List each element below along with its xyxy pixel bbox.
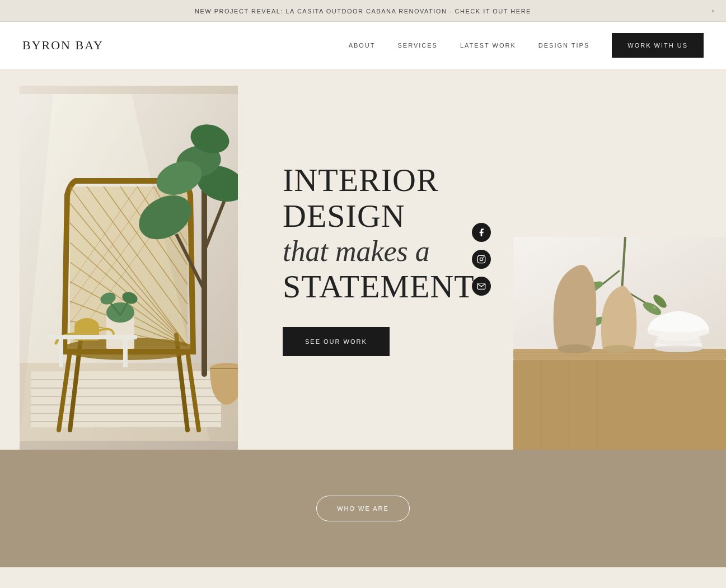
svg-rect-53 xyxy=(59,339,63,367)
who-we-are-button[interactable]: WHO WE ARE xyxy=(316,496,410,521)
hero-headline: INTERIOR DESIGN that makes a STATEMENT xyxy=(283,162,480,305)
svg-rect-72 xyxy=(513,360,726,450)
brown-section: WHO WE ARE xyxy=(0,450,726,567)
header: BYRON BAY ABOUT SERVICES LATEST WORK DES… xyxy=(0,22,726,69)
svg-point-89 xyxy=(483,257,484,258)
shelf-illustration xyxy=(513,237,726,450)
email-icon[interactable] xyxy=(472,277,491,296)
nav-services[interactable]: SERVICES xyxy=(398,42,438,49)
main-nav: ABOUT SERVICES LATEST WORK DESIGN TIPS W… xyxy=(349,33,704,58)
hero-left-image xyxy=(20,86,238,450)
svg-rect-54 xyxy=(123,339,128,367)
svg-point-77 xyxy=(603,345,634,353)
nav-design-tips[interactable]: DESIGN TIPS xyxy=(538,42,589,49)
nav-about[interactable]: ABOUT xyxy=(349,42,376,49)
announcement-text: NEW PROJECT REVEAL: LA CASITA OUTDOOR CA… xyxy=(195,8,531,15)
hero-right-image xyxy=(513,237,726,450)
headline-line2: STATEMENT xyxy=(283,268,475,305)
site-logo[interactable]: BYRON BAY xyxy=(22,38,104,53)
headline-italic: that makes a xyxy=(283,234,480,269)
svg-point-85 xyxy=(649,323,708,332)
announcement-close-icon[interactable]: › xyxy=(712,7,715,14)
see-our-work-button[interactable]: SEE OUR WORK xyxy=(283,327,390,356)
svg-point-68 xyxy=(653,306,656,309)
instagram-icon[interactable] xyxy=(472,250,491,269)
svg-rect-52 xyxy=(48,335,137,339)
svg-point-88 xyxy=(480,258,483,260)
chair-illustration xyxy=(20,86,238,450)
hero-section: INTERIOR DESIGN that makes a STATEMENT S… xyxy=(0,69,726,450)
svg-rect-87 xyxy=(477,255,485,263)
announcement-bar: NEW PROJECT REVEAL: LA CASITA OUTDOOR CA… xyxy=(0,0,726,22)
svg-point-43 xyxy=(106,302,134,323)
headline-line1: INTERIOR DESIGN xyxy=(283,162,439,234)
svg-point-86 xyxy=(652,346,705,352)
social-icons xyxy=(472,223,491,296)
svg-point-76 xyxy=(558,344,592,353)
facebook-icon[interactable] xyxy=(472,223,491,242)
nav-latest-work[interactable]: LATEST WORK xyxy=(460,42,516,49)
work-with-us-button[interactable]: WORK WITH US xyxy=(612,33,704,58)
